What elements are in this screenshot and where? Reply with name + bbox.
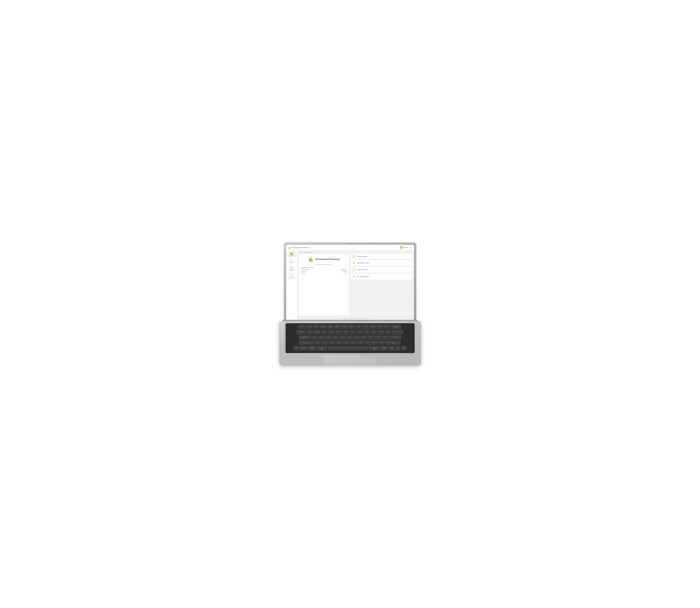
key-a[interactable]: A xyxy=(311,336,317,340)
product-lock-icon xyxy=(308,256,314,262)
key-4[interactable]: $4 xyxy=(327,325,334,329)
key-z[interactable]: Z xyxy=(314,341,321,345)
key-b[interactable]: B xyxy=(343,341,349,345)
key-delete[interactable]: delete xyxy=(391,325,401,329)
sidebar-item-configuracion[interactable]: Configuración ▼ xyxy=(287,273,297,280)
key-quote[interactable]: "' xyxy=(381,336,388,340)
key-capslock[interactable]: caps lock xyxy=(299,336,310,340)
key-n[interactable]: N xyxy=(350,341,356,345)
key-row-5: fn control alt option ⌘ command ⌘ comman… xyxy=(287,346,413,351)
key-p[interactable]: P xyxy=(371,330,377,335)
key-7[interactable]: &7 xyxy=(348,325,355,329)
action-cambiar-licencia[interactable]: Cambiar licencia xyxy=(351,254,412,259)
sidebar-item-dashboard[interactable]: Dashboard xyxy=(287,251,297,257)
key-5[interactable]: %5 xyxy=(334,325,341,329)
key-l[interactable]: L xyxy=(367,336,374,340)
key-slash[interactable]: ?/ xyxy=(378,341,385,345)
key-space[interactable] xyxy=(327,346,368,351)
action-centro-ayuda[interactable]: ? Centro de ayuda xyxy=(351,267,412,273)
key-semicolon[interactable]: :; xyxy=(375,336,381,340)
key-arrow-left[interactable]: ◀ xyxy=(389,346,395,351)
action-administrar-cuenta[interactable]: Administrar cuenta xyxy=(351,260,412,266)
key-f[interactable]: F xyxy=(332,336,339,340)
key-3[interactable]: #3 xyxy=(320,325,326,329)
key-v[interactable]: V xyxy=(336,341,342,345)
key-command-left[interactable]: ⌘ command xyxy=(317,346,327,351)
license-heading: Información sobre licencia xyxy=(316,264,332,265)
key-e[interactable]: E xyxy=(321,330,328,335)
key-shift-right[interactable]: shift xyxy=(385,341,401,345)
cambiar-licencia-icon xyxy=(353,255,355,258)
key-tab[interactable]: tab• xyxy=(297,330,306,335)
key-q[interactable]: Q xyxy=(307,330,314,335)
key-r[interactable]: R xyxy=(328,330,335,335)
key-d[interactable]: D xyxy=(325,336,332,340)
key-x[interactable]: X xyxy=(321,341,328,345)
key-h[interactable]: H xyxy=(346,336,353,340)
key-m[interactable]: M xyxy=(357,341,363,345)
configuracion-arrow-icon: ▼ xyxy=(291,279,292,280)
key-row-2: tab• Q W E R T Y U I O P {[ }] |\ xyxy=(287,330,413,335)
key-arrow-up[interactable]: ▲ xyxy=(395,346,401,348)
key-y[interactable]: Y xyxy=(342,330,349,335)
key-i[interactable]: I xyxy=(357,330,363,335)
screen: AD Password Recovery ≡ adminpr xyxy=(286,245,414,320)
action-ver-mas-productos[interactable]: Ver más productos xyxy=(351,273,412,280)
key-period[interactable]: >. xyxy=(371,341,378,345)
right-panel: Cambiar licencia Administr xyxy=(351,254,412,316)
key-c[interactable]: C xyxy=(328,341,335,345)
svg-rect-6 xyxy=(290,254,292,255)
svg-rect-18 xyxy=(353,256,355,256)
product-name: AD Password Recovery xyxy=(315,258,340,261)
key-equal[interactable]: += xyxy=(383,325,390,329)
sidebar-item-acciones[interactable]: Acciones ▼ xyxy=(287,258,297,265)
key-2[interactable]: @2 xyxy=(313,325,319,329)
key-fn[interactable]: fn xyxy=(293,346,299,351)
product-logo-area: AD Password Recovery xyxy=(308,256,340,262)
key-s[interactable]: S xyxy=(318,336,324,340)
key-1[interactable]: !1 xyxy=(306,325,312,329)
key-minus[interactable]: —- xyxy=(377,325,383,329)
menu-icon[interactable]: ≡ xyxy=(310,247,311,248)
key-g[interactable]: G xyxy=(339,336,346,340)
key-control[interactable]: control xyxy=(299,346,308,351)
key-arrow-right[interactable]: ▶ xyxy=(401,346,407,351)
key-w[interactable]: W xyxy=(314,330,321,335)
sidebar-label-reportes: Reportes xyxy=(289,269,294,270)
key-backslash[interactable]: |\ xyxy=(392,330,403,335)
key-command-right[interactable]: ⌘ command xyxy=(369,346,380,351)
svg-point-12 xyxy=(291,275,292,276)
key-o[interactable]: O xyxy=(364,330,370,335)
key-t[interactable]: T xyxy=(335,330,342,335)
key-option-right[interactable]: alt option xyxy=(380,346,388,351)
app-body: Dashboard Acciones ▼ xyxy=(286,250,414,320)
key-6[interactable]: ^6 xyxy=(341,325,348,329)
key-j[interactable]: J xyxy=(353,336,360,340)
user-info: adminpr CpC xyxy=(400,246,412,249)
key-0[interactable]: )0 xyxy=(370,325,376,329)
key-8[interactable]: *8 xyxy=(355,325,362,329)
key-bracket-open[interactable]: {[ xyxy=(378,330,384,335)
key-option-left[interactable]: alt option xyxy=(308,346,316,351)
key-return[interactable]: enter xyxy=(389,336,401,340)
product-panel: AD Password Recovery Información sobre l… xyxy=(299,254,349,316)
sidebar-item-reportes[interactable]: Reportes ▼ xyxy=(287,265,297,273)
app-sidebar: Dashboard Acciones ▼ xyxy=(286,250,297,320)
key-bracket-close[interactable]: }] xyxy=(385,330,392,335)
speaker-left xyxy=(284,324,288,353)
svg-rect-5 xyxy=(291,252,293,253)
touchpad[interactable] xyxy=(323,355,377,365)
key-9[interactable]: (9 xyxy=(362,325,369,329)
key-tilde[interactable]: ~` xyxy=(299,325,305,329)
key-shift-left[interactable]: shift xyxy=(299,341,314,345)
key-u[interactable]: U xyxy=(349,330,356,335)
svg-point-21 xyxy=(353,263,355,264)
key-arrow-down[interactable]: ▼ xyxy=(395,349,401,351)
dashboard-icon xyxy=(290,252,293,255)
speaker-right xyxy=(412,324,416,353)
key-k[interactable]: K xyxy=(360,336,367,340)
value-version: 1.0 xyxy=(345,273,346,274)
key-comma[interactable]: <, xyxy=(364,341,371,345)
label-owner: Propietario de la licencia xyxy=(301,267,314,268)
svg-point-14 xyxy=(310,260,311,261)
